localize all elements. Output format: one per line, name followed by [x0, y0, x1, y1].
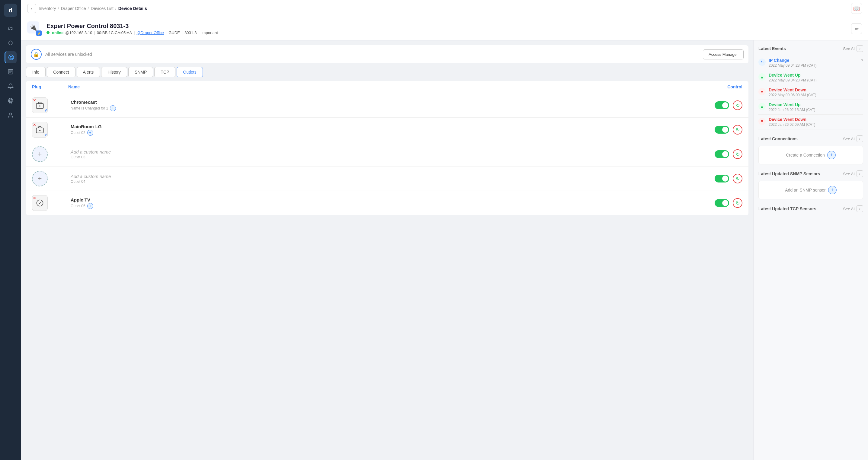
sidebar: d 🗂 ⬡ [0, 0, 21, 460]
topbar: ‹ Inventory / Draper Office / Devices Li… [21, 0, 868, 17]
latest-events-see-all[interactable]: See All › [843, 45, 863, 52]
plug-icon-1[interactable]: ✕ V [32, 97, 48, 113]
topbar-right: 📖 [851, 3, 862, 14]
outlet-toggle-4[interactable] [715, 175, 729, 183]
sidebar-item-reports[interactable] [4, 66, 17, 78]
latest-connections-section: Latest Connections See All › Create a Co… [758, 135, 863, 164]
device-meta: online @192.168.3.10 | 00:BB:1C:CA:05:AA… [46, 30, 846, 35]
outlet-plus-tag-1[interactable]: + [110, 105, 116, 111]
breadcrumb-devices-list[interactable]: Devices List [91, 6, 113, 11]
add-snmp-button[interactable]: Add an SNMP sensor + [758, 181, 863, 199]
device-header: 🔌 ⚡ Expert Power Control 8031-3 online @… [21, 17, 868, 40]
tab-history[interactable]: History [101, 67, 127, 77]
col-control-header: Control [694, 85, 742, 89]
event-icon-4: ▲ [758, 103, 766, 110]
event-time-2: 2022 May 09 04:23 PM (CAT) [769, 78, 863, 83]
outlet-toggle-5[interactable] [715, 199, 729, 207]
tab-outlets[interactable]: Outlets [177, 67, 203, 77]
breadcrumb-inventory[interactable]: Inventory [39, 6, 56, 11]
sidebar-item-tickets[interactable] [4, 95, 17, 107]
event-title-3: Device Went Down [769, 88, 863, 92]
latest-connections-see-all[interactable]: See All › [843, 135, 863, 142]
event-time-5: 2022 Jan 26 02:09 AM (CAT) [769, 123, 863, 127]
event-time-1: 2022 May 09 04:23 PM (CAT) [769, 63, 858, 68]
outlet-control-3: ↻ [694, 149, 742, 159]
device-icon-wrap: 🔌 ⚡ [27, 22, 42, 36]
outlet-refresh-3[interactable]: ↻ [733, 149, 742, 159]
add-snmp-label: Add an SNMP sensor [785, 188, 826, 192]
latest-tcp-section: Latest Updated TCP Sensors See All › [758, 205, 863, 212]
latest-tcp-see-all[interactable]: See All › [843, 205, 863, 212]
tab-info[interactable]: Info [26, 67, 45, 77]
main-content: ‹ Inventory / Draper Office / Devices Li… [21, 0, 868, 460]
outlet-sub-label-3: Outlet 03 [71, 155, 86, 159]
meta-sep-4: | [182, 30, 183, 35]
plug-icon-5[interactable]: ✕ [32, 195, 48, 211]
plug-icon-2[interactable]: ✕ V [32, 122, 48, 137]
create-connection-button[interactable]: Create a Connection + [758, 146, 863, 164]
outlets-header: Plug Name Control [26, 81, 748, 93]
outlet-name-area-5: Apple TV Outlet 05 + [68, 197, 694, 209]
svg-line-2 [9, 56, 10, 57]
plug-v-badge-2: V [45, 133, 47, 137]
sidebar-item-users[interactable] [4, 109, 17, 121]
sidebar-logo[interactable]: d [4, 4, 17, 17]
outlet-toggle-2[interactable] [715, 126, 729, 134]
latest-snmp-header: Latest Updated SNMP Sensors See All › [758, 170, 863, 177]
see-all-chevron-snmp: › [857, 170, 863, 177]
outlet-sub-5: Outlet 05 + [71, 203, 694, 209]
outlet-name-placeholder-3[interactable]: Add a custom name [71, 149, 694, 155]
event-item-5: ▼ Device Went Down 2022 Jan 26 02:09 AM … [758, 114, 863, 129]
outlet-name-1: Chromecast [71, 100, 694, 105]
outlet-name-area-3: Add a custom name Outlet 03 [68, 149, 694, 159]
latest-tcp-header: Latest Updated TCP Sensors See All › [758, 205, 863, 212]
tab-connect[interactable]: Connect [47, 67, 75, 77]
outlet-refresh-4[interactable]: ↻ [733, 174, 742, 184]
breadcrumb-sep-2: / [88, 6, 89, 11]
outlet-name-placeholder-4[interactable]: Add a custom name [71, 174, 694, 179]
breadcrumb-sep-3: / [115, 6, 117, 11]
tab-snmp[interactable]: SNMP [128, 67, 153, 77]
latest-snmp-section: Latest Updated SNMP Sensors See All › Ad… [758, 170, 863, 199]
outlet-name-area-4: Add a custom name Outlet 04 [68, 174, 694, 184]
event-content-5: Device Went Down 2022 Jan 26 02:09 AM (C… [769, 117, 863, 127]
book-icon[interactable]: 📖 [851, 3, 862, 14]
sidebar-item-alerts[interactable] [4, 80, 17, 92]
see-all-label-connections: See All [843, 137, 855, 141]
event-icon-5: ▼ [758, 118, 766, 125]
breadcrumb-office[interactable]: Draper Office [61, 6, 86, 11]
outlet-sub-label-1: Name Is Changed for 1 [71, 106, 108, 110]
back-button[interactable]: ‹ [27, 4, 36, 13]
edit-button[interactable]: ✏ [851, 23, 862, 34]
see-all-chevron-events: › [857, 45, 863, 52]
device-location-link[interactable]: @Draper Office [137, 30, 164, 35]
outlet-refresh-1[interactable]: ↻ [733, 100, 742, 110]
plug-add-btn-4[interactable]: + [32, 171, 48, 187]
outlet-toggle-1[interactable] [715, 101, 729, 109]
tab-alerts[interactable]: Alerts [77, 67, 100, 77]
sidebar-item-topology[interactable]: ⬡ [4, 37, 17, 49]
outlet-plus-tag-2[interactable]: + [87, 130, 93, 136]
plug-add-btn-3[interactable]: + [32, 146, 48, 162]
latest-connections-header: Latest Connections See All › [758, 135, 863, 142]
sidebar-item-inventory[interactable]: 🗂 [4, 22, 17, 34]
event-item-4: ▲ Device Went Up 2022 Jan 26 02:15 AM (C… [758, 100, 863, 114]
sidebar-item-devices[interactable] [4, 51, 17, 63]
outlet-plus-tag-5[interactable]: + [87, 203, 93, 209]
outlet-toggle-3[interactable] [715, 150, 729, 158]
outlets-table: Plug Name Control ✕ V Chromecast [26, 81, 748, 216]
event-icon-2: ▲ [758, 73, 766, 80]
outlet-name-area-1: Chromecast Name Is Changed for 1 + [68, 100, 694, 111]
plug-x-1: ✕ [33, 98, 36, 103]
tab-tcp[interactable]: TCP [154, 67, 176, 77]
outlet-sub-label-4: Outlet 04 [71, 179, 86, 184]
outlet-refresh-2[interactable]: ↻ [733, 125, 742, 134]
event-title-4: Device Went Up [769, 102, 863, 107]
see-all-label-snmp: See All [843, 172, 855, 176]
body-area: 🔒 All services are unlocked Access Manag… [21, 40, 868, 460]
outlet-name-2: MainRoom-LG [71, 124, 694, 129]
access-manager-button[interactable]: Access Manager [703, 50, 744, 59]
latest-snmp-see-all[interactable]: See All › [843, 170, 863, 177]
outlet-refresh-5[interactable]: ↻ [733, 198, 742, 208]
event-question-1[interactable]: ? [861, 58, 863, 63]
